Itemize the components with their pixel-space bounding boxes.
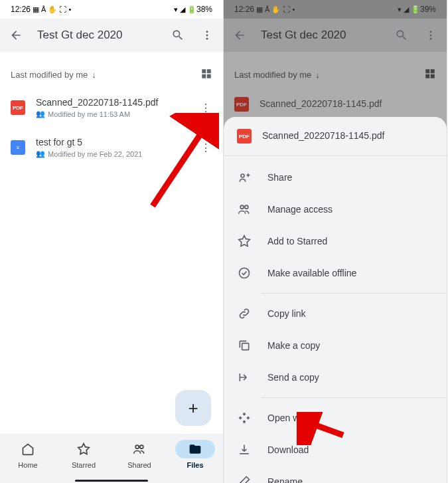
phone-left: 12:26 ▦ Å ✋ ⛶ • ▾ ◢ 🔋 38% Test Gt dec 20… (0, 0, 224, 483)
people-icon (119, 440, 159, 458)
sort-arrow-icon: ↓ (315, 70, 320, 80)
shared-icon: 👥 (36, 110, 45, 118)
send-icon (237, 371, 252, 384)
nav-starred[interactable]: Starred (56, 434, 112, 475)
status-bar: 12:26 ▦ Å ✋ ⛶ • ▾ ◢ 🔋 38% (0, 0, 223, 19)
wifi-icon: ▾ (398, 5, 402, 14)
divider (261, 397, 447, 398)
phone-right: 12:26 ▦ Å ✋ ⛶ • ▾ ◢ 🔋 39% Test Gt dec 20… (224, 0, 447, 483)
people-icon (237, 203, 252, 216)
menu-label: Manage access (267, 204, 333, 215)
svg-rect-11 (425, 69, 429, 73)
menu-send-copy[interactable]: Send a copy (224, 361, 447, 393)
app-bar: Test Gt dec 2020 (224, 19, 447, 52)
fab-add[interactable]: + (175, 390, 211, 426)
status-icon: • (292, 5, 295, 13)
file-row: PDF Scanned_20220718-1145.pdf (224, 88, 447, 121)
back-button (232, 27, 248, 43)
sheet-file-name: Scanned_20220718-1145.pdf (262, 130, 385, 141)
pdf-icon: PDF (237, 129, 252, 144)
page-title: Test Gt dec 2020 (261, 29, 380, 42)
status-icon: Å (265, 5, 269, 13)
menu-open-with[interactable]: Open with (224, 402, 447, 434)
folder-icon (175, 440, 215, 458)
battery-icon: 🔋 (411, 5, 420, 14)
menu-label: Open with (267, 413, 309, 423)
menu-add-starred[interactable]: Add to Starred (224, 225, 447, 257)
shared-icon: 👥 (36, 149, 45, 158)
search-button[interactable] (170, 27, 186, 43)
menu-download[interactable]: Download (224, 434, 447, 466)
sheet-header: PDF Scanned_20220718-1145.pdf (224, 117, 447, 156)
svg-rect-16 (242, 343, 249, 350)
rename-icon (237, 475, 252, 483)
status-icon: ⛶ (283, 5, 290, 13)
svg-rect-12 (431, 69, 435, 73)
nav-label: Files (187, 461, 203, 469)
file-list: PDF Scanned_20220718-1145.pdf (224, 88, 447, 121)
status-time: 12:26 (11, 5, 31, 14)
sort-label: Last modified by me (234, 70, 311, 80)
menu-label: Download (267, 444, 309, 455)
status-bar: 12:26 ▦ Å ✋ ⛶ • ▾ ◢ 🔋 39% (224, 0, 447, 19)
open-icon (237, 411, 252, 425)
bottom-nav: Home Starred Shared Files (0, 434, 223, 483)
grid-view-button (424, 68, 436, 82)
search-button (394, 27, 410, 43)
pdf-icon: PDF (11, 100, 25, 115)
status-icon: ▦ (33, 5, 39, 14)
download-icon (237, 443, 252, 456)
sort-bar: Last modified by me ↓ (224, 61, 447, 88)
status-icon: ✋ (271, 5, 281, 14)
menu-copy-link[interactable]: Copy link (224, 298, 447, 330)
file-more-button[interactable]: ⋮ (199, 102, 212, 114)
file-row[interactable]: PDF Scanned_20220718-1145.pdf 👥Modified … (0, 88, 223, 128)
signal-icon: ◢ (180, 5, 185, 14)
svg-rect-3 (202, 69, 206, 73)
status-icon: • (68, 5, 71, 13)
svg-rect-5 (202, 74, 206, 78)
nav-shared[interactable]: Shared (112, 434, 167, 475)
signal-icon: ◢ (404, 5, 409, 14)
gesture-bar (75, 480, 148, 482)
file-name: test for gt 5 (36, 137, 188, 147)
link-icon (237, 307, 252, 320)
file-name: Scanned_20220718-1145.pdf (260, 98, 436, 109)
sort-bar[interactable]: Last modified by me ↓ (0, 61, 223, 88)
home-icon (8, 440, 48, 458)
status-icon: ▦ (256, 5, 263, 14)
nav-files[interactable]: Files (167, 434, 223, 475)
status-icon: ⛶ (59, 5, 66, 13)
svg-point-9 (430, 35, 432, 37)
file-meta: Modified by me Feb 22, 2021 (48, 150, 142, 158)
wifi-icon: ▾ (174, 5, 178, 14)
status-time: 12:26 (234, 5, 254, 14)
pdf-icon: PDF (234, 97, 249, 112)
svg-point-15 (240, 268, 250, 278)
menu-label: Rename (267, 476, 303, 483)
menu-offline[interactable]: Make available offline (224, 257, 447, 289)
star-icon (64, 440, 104, 458)
menu-manage-access[interactable]: Manage access (224, 193, 447, 225)
overflow-button[interactable] (199, 27, 215, 43)
menu-rename[interactable]: Rename (224, 466, 447, 483)
menu-share[interactable]: Share (224, 161, 447, 193)
battery-icon: 🔋 (187, 5, 196, 14)
svg-point-0 (206, 31, 208, 33)
nav-home[interactable]: Home (0, 434, 56, 475)
overflow-button (423, 27, 439, 43)
menu-label: Send a copy (267, 372, 319, 383)
file-row[interactable]: ≡ test for gt 5 👥Modified by me Feb 22, … (0, 128, 223, 167)
page-title: Test Gt dec 2020 (37, 29, 157, 42)
grid-view-button[interactable] (200, 68, 212, 82)
menu-label: Make available offline (267, 268, 356, 278)
menu-make-copy[interactable]: Make a copy (224, 330, 447, 361)
file-more-button[interactable]: ⋮ (199, 142, 212, 154)
back-button[interactable] (8, 27, 24, 43)
bottom-sheet: PDF Scanned_20220718-1145.pdf Share Mana… (224, 117, 447, 483)
battery-pct: 39% (420, 5, 436, 14)
nav-label: Home (18, 461, 37, 469)
status-icon: ✋ (48, 5, 57, 14)
sheet-menu: Share Manage access Add to Starred Make … (224, 156, 447, 483)
status-icon: Å (41, 5, 46, 13)
